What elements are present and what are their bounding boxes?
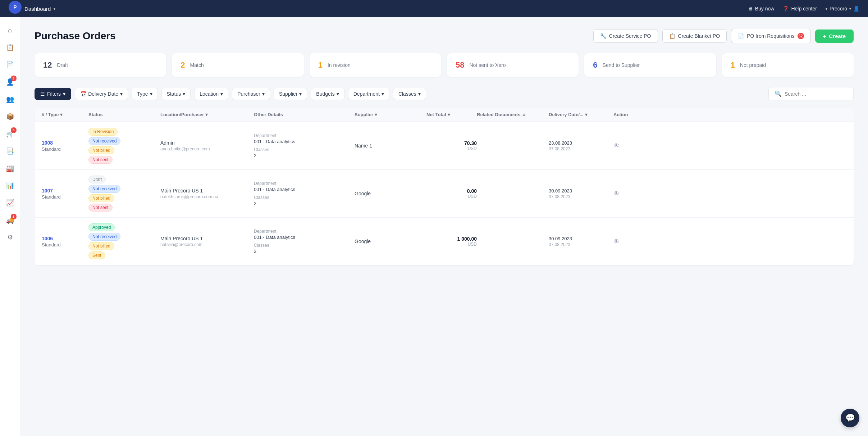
po-number-1007[interactable]: 1007 <box>42 188 88 194</box>
po-number-1006[interactable]: 1006 <box>42 236 88 241</box>
status-card-send-supplier[interactable]: 6 Send to Supplier <box>584 53 716 77</box>
nav-dashboard-label: Dashboard <box>24 6 51 12</box>
search-box[interactable]: 🔍 <box>768 87 854 100</box>
classes-value-1006: 2 <box>254 249 355 254</box>
th-delivery-date[interactable]: Delivery Date/... ▾ <box>549 112 613 117</box>
po-table: # / Type ▾ Status Location/Purchaser ▾ O… <box>35 108 854 265</box>
filter-bar: ☰ Filters ▾ 📅 Delivery Date ▾ Type ▾ Sta… <box>35 87 854 100</box>
status-card-not-sent-xero[interactable]: 58 Not sent to Xero <box>447 53 579 77</box>
dashboard-chevron-icon: ▾ <box>54 7 55 11</box>
location-sort-icon: ▾ <box>205 112 208 117</box>
purchaser-filter[interactable]: Purchaser ▾ <box>232 88 270 100</box>
sidebar-item-settings[interactable]: ⚙ <box>3 230 17 245</box>
buy-now-btn[interactable]: 🖥 Buy now <box>748 6 775 12</box>
sidebar-item-reports[interactable]: 📊 <box>3 178 17 193</box>
sidebar-item-invoices[interactable]: 📄 <box>3 58 17 72</box>
status-filter[interactable]: Status ▾ <box>161 88 191 100</box>
other-details-1007: Department 001 - Data analytics Classes … <box>254 181 355 206</box>
supplier-label: Send to Supplier <box>603 62 640 68</box>
location-chevron-icon: ▾ <box>220 91 223 97</box>
table-header: # / Type ▾ Status Location/Purchaser ▾ O… <box>35 108 854 122</box>
help-center-btn[interactable]: ❓ Help center <box>783 6 817 12</box>
view-icon-1007[interactable]: 👁 <box>613 190 620 197</box>
po-from-requisitions-button[interactable]: 📄 PO from Requisitions 52 <box>731 29 810 43</box>
header-actions: 🔧 Create Service PO 📋 Create Blanket PO … <box>593 29 854 43</box>
sidebar-item-catalog[interactable]: 📑 <box>3 144 17 158</box>
department-chevron-icon: ▾ <box>382 91 384 97</box>
status-card-match[interactable]: 2 Match <box>172 53 303 77</box>
filters-icon: ☰ <box>40 91 45 97</box>
th-location-purchaser[interactable]: Location/Purchaser ▾ <box>160 112 254 117</box>
currency-1008: USD <box>426 146 477 151</box>
search-input[interactable] <box>785 91 848 97</box>
create-blanket-po-button[interactable]: 📋 Create Blanket PO <box>662 29 727 43</box>
th-net-total[interactable]: Net Total ▾ <box>426 112 477 117</box>
draft-label: Draft <box>57 62 68 68</box>
filters-button[interactable]: ☰ Filters ▾ <box>35 88 71 100</box>
status-approved-tag: Approved <box>88 223 115 231</box>
status-card-draft[interactable]: 12 Draft <box>35 53 166 77</box>
service-po-icon: 🔧 <box>600 33 606 39</box>
status-not-billed-tag: Not billed <box>88 242 114 250</box>
th-supplier[interactable]: Supplier ▾ <box>355 112 426 117</box>
view-icon-1006[interactable]: 👁 <box>613 238 620 245</box>
other-details-1008: Department 001 - Data analytics Classes … <box>254 133 355 158</box>
sidebar-item-delivery[interactable]: 🚚 1 <box>3 213 17 227</box>
sidebar-item-warehouses[interactable]: 🏭 <box>3 161 17 176</box>
sidebar-item-home[interactable]: ⌂ <box>3 23 17 37</box>
location-name-1006: Main Precoro US 1 <box>160 236 254 241</box>
dept-label-1007: Department <box>254 181 355 186</box>
type-filter[interactable]: Type ▾ <box>132 88 157 100</box>
net-total-1007: 0.00 <box>426 188 477 194</box>
dept-label-1008: Department <box>254 133 355 138</box>
account-chevron2-icon: ▾ <box>849 7 851 11</box>
action-cell-1008: 👁 <box>613 142 642 150</box>
create-button[interactable]: + Create <box>815 29 854 43</box>
location-purchaser-1007: Main Precoro US 1 o.dekhtiaruk@precoro.c… <box>160 188 254 199</box>
sidebar-item-orders[interactable]: 📋 <box>3 40 17 55</box>
xero-label: Not sent to Xero <box>469 62 506 68</box>
sidebar-item-contacts[interactable]: 👥 <box>3 92 17 106</box>
other-details-1006: Department 001 - Data analytics Classes … <box>254 229 355 254</box>
po-type-1007: Standard <box>42 194 88 200</box>
budgets-chevron-icon: ▾ <box>337 91 339 97</box>
status-tags-1008: In Revision Not received Not billed Not … <box>88 128 160 164</box>
status-revision-tag: In Revision <box>88 128 118 136</box>
status-cards: 12 Draft 2 Match 1 In revision 58 Not se… <box>35 53 854 77</box>
supplier-name-1007: Google <box>355 191 426 196</box>
chat-support-button[interactable]: 💬 <box>841 409 859 427</box>
status-sent-tag: Sent <box>88 251 105 259</box>
revision-label: In revision <box>328 62 351 68</box>
create-service-po-button[interactable]: 🔧 Create Service PO <box>593 29 658 43</box>
po-number-1008[interactable]: 1008 <box>42 140 88 146</box>
account-btn[interactable]: ▾ Precoro ▾ 👤 <box>826 6 859 12</box>
status-card-revision[interactable]: 1 In revision <box>310 53 441 77</box>
net-total-cell-1007: 0.00 USD <box>426 188 477 199</box>
action-cell-1006: 👁 <box>613 238 642 245</box>
status-card-not-prepaid[interactable]: 1 Not prepaid <box>722 53 854 77</box>
net-total-1008: 70.30 <box>426 140 477 146</box>
po-id-type-cell: 1008 Standard <box>42 140 88 152</box>
dates-1007: 30.09.2023 07.08.2023 <box>549 188 613 199</box>
sidebar-item-receiving[interactable]: 📦 <box>3 109 17 124</box>
status-tags-1006: Approved Not received Not billed Sent <box>88 223 160 259</box>
location-email-1007: o.dekhtiaruk@precoro.com.ua <box>160 194 254 199</box>
view-icon-1008[interactable]: 👁 <box>613 142 620 149</box>
xero-count: 58 <box>456 60 464 70</box>
budgets-filter[interactable]: Budgets ▾ <box>311 88 344 100</box>
supplier-filter[interactable]: Supplier ▾ <box>274 88 307 100</box>
th-num-type[interactable]: # / Type ▾ <box>42 112 88 117</box>
classes-filter[interactable]: Classes ▾ <box>393 88 426 100</box>
sidebar-item-analytics[interactable]: 📈 <box>3 196 17 210</box>
sidebar-item-suppliers[interactable]: 👤 8 <box>3 75 17 89</box>
location-filter[interactable]: Location ▾ <box>194 88 228 100</box>
dates-1006: 30.09.2023 07.08.2023 <box>549 236 613 247</box>
th-action: Action <box>613 112 642 117</box>
nav-dashboard[interactable]: P Dashboard ▾ <box>9 1 55 17</box>
th-other-details: Other Details <box>254 112 355 117</box>
department-filter[interactable]: Department ▾ <box>348 88 389 100</box>
sidebar-item-po[interactable]: 🛒 3 <box>3 127 17 141</box>
status-not-billed-tag: Not billed <box>88 146 114 154</box>
delivery-date-filter[interactable]: 📅 Delivery Date ▾ <box>75 88 128 100</box>
blanket-po-icon: 📋 <box>669 33 675 39</box>
